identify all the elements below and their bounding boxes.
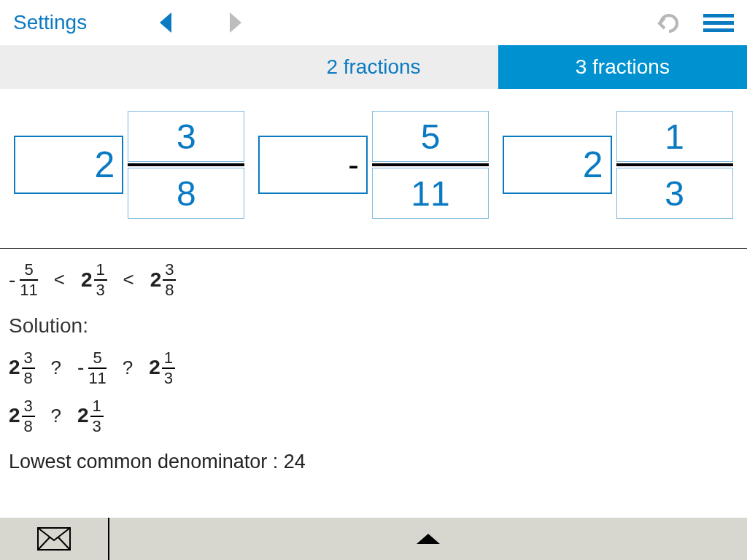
tab-3-fractions[interactable]: 3 fractions <box>498 45 747 89</box>
undo-icon[interactable] <box>657 12 681 34</box>
comparator: < <box>54 265 65 295</box>
denominator-input-a[interactable]: 8 <box>128 168 244 219</box>
tab-bar: 2 fractions 3 fractions <box>0 45 747 89</box>
prev-arrow-icon[interactable] <box>160 12 171 33</box>
settings-link[interactable]: Settings <box>13 11 87 34</box>
numerator-input-c[interactable]: 1 <box>616 111 733 162</box>
solution-label: Solution: <box>9 310 738 343</box>
result-term-2: 2 13 <box>81 262 107 298</box>
whole-input-a[interactable]: 2 <box>14 136 123 194</box>
next-arrow-icon[interactable] <box>230 12 241 33</box>
mail-icon <box>37 527 71 551</box>
chevron-up-icon <box>417 534 440 544</box>
whole-input-b[interactable]: - <box>258 136 368 194</box>
result-row: - 511 < 2 13 < 2 38 <box>9 262 738 298</box>
solution-line-2: 238 ? 213 <box>9 398 738 435</box>
lcd-line: Lowest common denominator : 24 <box>9 446 738 478</box>
fraction-bar <box>128 163 244 166</box>
numerator-input-a[interactable]: 3 <box>128 111 244 162</box>
result-term-1: - 511 <box>9 262 38 298</box>
numerator-input-b[interactable]: 5 <box>372 111 489 162</box>
result-term-3: 2 38 <box>150 262 177 298</box>
denominator-input-b[interactable]: 11 <box>372 168 489 219</box>
svg-line-2 <box>58 537 70 550</box>
top-bar: Settings <box>0 0 747 45</box>
tab-2-fractions[interactable]: 2 fractions <box>249 45 498 89</box>
bottom-bar <box>0 518 747 560</box>
fraction-inputs: 2 3 8 - 5 11 2 1 3 <box>0 89 747 248</box>
expand-button[interactable] <box>109 518 747 560</box>
denominator-input-c[interactable]: 3 <box>616 168 733 219</box>
fraction-a: 2 3 8 <box>14 111 244 219</box>
whole-input-c[interactable]: 2 <box>503 136 612 194</box>
history-nav <box>160 12 241 33</box>
fraction-b: - 5 11 <box>258 111 489 219</box>
mail-button[interactable] <box>0 518 109 560</box>
comparator: < <box>123 265 134 295</box>
svg-line-1 <box>38 537 50 550</box>
fraction-bar <box>616 163 733 166</box>
fraction-bar <box>372 163 489 166</box>
fraction-c: 2 1 3 <box>503 111 733 219</box>
solution-panel: - 511 < 2 13 < 2 38 Solution: 238 ? -511… <box>0 249 747 485</box>
solution-line-1: 238 ? -511 ? 213 <box>9 350 738 386</box>
menu-icon[interactable] <box>703 14 734 32</box>
